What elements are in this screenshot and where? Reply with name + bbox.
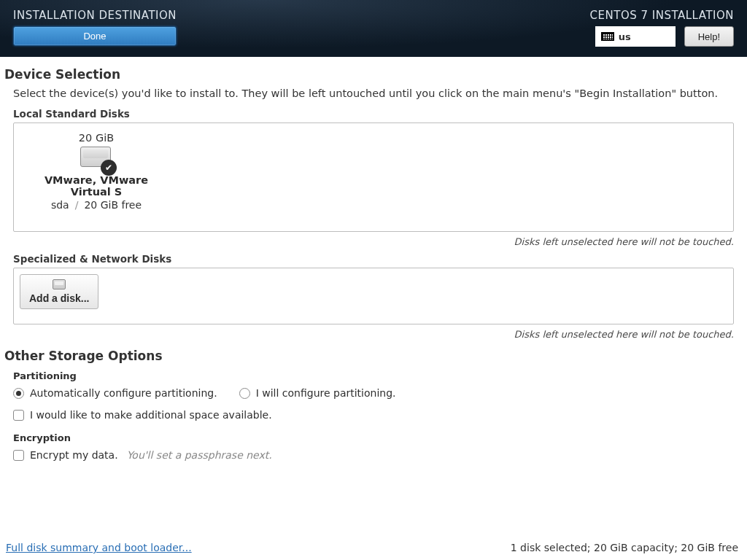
additional-space-label: I would like to make additional space av… — [30, 409, 272, 421]
disk-size: 20 GiB — [79, 132, 114, 144]
disk-model: VMware, VMware Virtual S — [23, 174, 170, 198]
local-disks-hint: Disks left unselected here will not be t… — [4, 232, 743, 253]
disk-item[interactable]: 20 GiB VMware, VMware Virtual S sda/20 G… — [20, 129, 173, 214]
partitioning-label: Partitioning — [13, 370, 743, 381]
auto-partition-label: Automatically configure partitioning. — [30, 387, 217, 399]
device-selection-heading: Device Selection — [4, 67, 743, 82]
manual-partition-label: I will configure partitioning. — [256, 387, 396, 399]
other-storage-heading: Other Storage Options — [4, 349, 743, 363]
harddisk-icon — [80, 147, 112, 171]
footer-bar: Full disk summary and boot loader... 1 d… — [0, 540, 747, 560]
help-button[interactable]: Help! — [684, 26, 734, 47]
encrypt-data-label: Encrypt my data. — [30, 449, 118, 461]
installer-title: CENTOS 7 INSTALLATION — [590, 9, 734, 22]
device-selection-instruction: Select the device(s) you'd like to insta… — [4, 88, 743, 99]
specialized-disks-hint: Disks left unselected here will not be t… — [4, 324, 743, 346]
keyboard-icon — [601, 32, 614, 41]
encrypt-option[interactable]: Encrypt my data. You'll set a passphrase… — [4, 448, 743, 462]
specialized-disks-label: Specialized & Network Disks — [4, 253, 743, 265]
auto-partition-radio[interactable] — [13, 388, 24, 399]
page-title: INSTALLATION DESTINATION — [13, 9, 177, 22]
manual-partition-radio[interactable] — [239, 388, 250, 399]
additional-space-checkbox[interactable] — [13, 410, 24, 421]
encryption-label: Encryption — [13, 432, 743, 443]
auto-partition-option[interactable]: Automatically configure partitioning. — [13, 386, 226, 400]
selection-status: 1 disk selected; 20 GiB capacity; 20 GiB… — [511, 542, 738, 553]
header-bar: INSTALLATION DESTINATION Done CENTOS 7 I… — [0, 0, 747, 57]
keyboard-layout-indicator[interactable]: us — [595, 26, 676, 47]
specialized-disks-container: Add a disk... — [13, 268, 734, 324]
disk-summary-link[interactable]: Full disk summary and boot loader... — [6, 542, 192, 553]
manual-partition-option[interactable]: I will configure partitioning. — [239, 386, 405, 400]
add-disk-button[interactable]: Add a disk... — [20, 274, 98, 309]
additional-space-option[interactable]: I would like to make additional space av… — [4, 408, 743, 422]
done-button[interactable]: Done — [13, 26, 177, 46]
keyboard-layout-label: us — [619, 31, 631, 42]
add-disk-label: Add a disk... — [29, 292, 89, 304]
disk-selected-check-icon — [101, 160, 117, 176]
local-disks-container: 20 GiB VMware, VMware Virtual S sda/20 G… — [13, 122, 734, 232]
disk-icon — [53, 279, 66, 289]
encrypt-checkbox[interactable] — [13, 450, 24, 461]
disk-details: sda/20 GiB free — [51, 199, 142, 211]
encrypt-hint: You'll set a passphrase next. — [127, 449, 272, 461]
local-disks-label: Local Standard Disks — [4, 108, 743, 120]
